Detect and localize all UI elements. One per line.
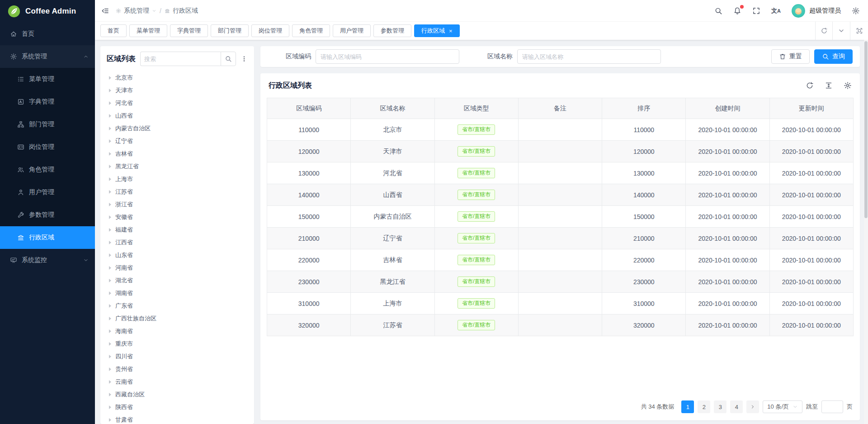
tree-item[interactable]: 山东省 [107, 249, 248, 262]
tab[interactable]: 首页 [100, 24, 127, 37]
page-button[interactable]: 3 [714, 400, 726, 413]
caret-right-icon[interactable] [109, 279, 111, 282]
tree-search-button[interactable] [221, 52, 236, 66]
page-button[interactable]: 2 [698, 400, 710, 413]
sidebar-item-menu-management[interactable]: 菜单管理 [0, 68, 95, 91]
table-row[interactable]: 310000 上海市 省市/直辖市 310000 2020-10-01 00:0… [267, 293, 854, 314]
tree-item[interactable]: 吉林省 [107, 148, 248, 160]
table-density-button[interactable] [825, 81, 833, 90]
caret-right-icon[interactable] [109, 304, 111, 308]
vertical-scrollbar[interactable] [864, 40, 868, 424]
caret-right-icon[interactable] [109, 165, 111, 168]
tree-item[interactable]: 北京市 [107, 71, 248, 84]
caret-right-icon[interactable] [109, 89, 111, 92]
tree-item[interactable]: 天津市 [107, 84, 248, 97]
table-row[interactable]: 130000 河北省 省市/直辖市 130000 2020-10-01 00:0… [267, 162, 854, 184]
tree-more-button[interactable] [241, 55, 248, 62]
page-button[interactable]: 1 [681, 400, 694, 413]
caret-right-icon[interactable] [109, 127, 111, 130]
notifications-button[interactable] [733, 7, 741, 15]
tree-item[interactable]: 云南省 [107, 376, 248, 388]
tree-item[interactable]: 内蒙古自治区 [107, 122, 248, 135]
tree-item[interactable]: 福建省 [107, 224, 248, 236]
sidebar-item-param-management[interactable]: 参数管理 [0, 204, 95, 226]
sidebar-item-post-management[interactable]: 岗位管理 [0, 136, 95, 158]
table-row[interactable]: 140000 山西省 省市/直辖市 140000 2020-10-01 00:0… [267, 184, 854, 206]
jump-page-input[interactable] [821, 400, 843, 413]
region-name-input[interactable] [517, 49, 661, 64]
caret-right-icon[interactable] [109, 266, 111, 270]
tree-item[interactable]: 黑龙江省 [107, 160, 248, 173]
breadcrumb-item-region[interactable]: 行政区域 [165, 7, 198, 15]
caret-right-icon[interactable] [109, 190, 111, 194]
sidebar-item-region[interactable]: 行政区域 [0, 226, 95, 249]
content-fullscreen-button[interactable] [850, 22, 868, 40]
fullscreen-button[interactable] [752, 7, 760, 15]
scrollbar-thumb[interactable] [864, 41, 868, 218]
brand[interactable]: Coffee Admin [0, 0, 95, 23]
caret-right-icon[interactable] [109, 215, 111, 219]
sidebar-item-system-monitor[interactable]: 系统监控 [0, 249, 95, 272]
table-row[interactable]: 210000 辽宁省 省市/直辖市 210000 2020-10-01 00:0… [267, 228, 854, 249]
page-size-select[interactable]: 10 条/页 [763, 400, 802, 413]
caret-right-icon[interactable] [109, 380, 111, 384]
tab[interactable]: 岗位管理 [251, 24, 289, 37]
caret-right-icon[interactable] [109, 253, 111, 257]
tab[interactable]: 部门管理 [211, 24, 249, 37]
search-button[interactable]: 查询 [814, 49, 853, 64]
table-row[interactable]: 320000 江苏省 省市/直辖市 320000 2020-10-01 00:0… [267, 314, 854, 336]
tree-item[interactable]: 辽宁省 [107, 135, 248, 148]
sidebar-item-user-management[interactable]: 用户管理 [0, 181, 95, 204]
tree-item[interactable]: 河北省 [107, 97, 248, 110]
sidebar-item-dict-management[interactable]: 字典管理 [0, 91, 95, 113]
page-button[interactable]: 4 [730, 400, 743, 413]
column-header[interactable]: 创建时间 [686, 98, 769, 119]
sidebar-item-dept-management[interactable]: 部门管理 [0, 113, 95, 136]
tab-close-icon[interactable]: × [449, 28, 453, 34]
sidebar-item-home[interactable]: 首页 [0, 23, 95, 45]
column-header[interactable]: 区域类型 [434, 98, 518, 119]
column-header[interactable]: 区域名称 [351, 98, 434, 119]
caret-right-icon[interactable] [109, 393, 111, 396]
tab[interactable]: 用户管理 [333, 24, 371, 37]
tree-item[interactable]: 贵州省 [107, 363, 248, 376]
caret-right-icon[interactable] [109, 241, 111, 244]
language-switch-button[interactable]: 文A [771, 8, 781, 14]
table-row[interactable]: 220000 吉林省 省市/直辖市 220000 2020-10-01 00:0… [267, 249, 854, 271]
caret-right-icon[interactable] [109, 367, 111, 371]
caret-right-icon[interactable] [109, 76, 111, 80]
tree-item[interactable]: 浙江省 [107, 198, 248, 211]
caret-right-icon[interactable] [109, 177, 111, 181]
reset-button[interactable]: 重置 [771, 49, 810, 64]
refresh-tabs-button[interactable] [816, 22, 833, 40]
column-header[interactable]: 更新时间 [769, 98, 853, 119]
caret-right-icon[interactable] [109, 329, 111, 333]
tree-item[interactable]: 上海市 [107, 173, 248, 186]
table-row[interactable]: 230000 黑龙江省 省市/直辖市 230000 2020-10-01 00:… [267, 271, 854, 293]
tab[interactable]: 行政区域 × [414, 24, 460, 37]
tab[interactable]: 角色管理 [292, 24, 330, 37]
tree-item[interactable]: 河南省 [107, 262, 248, 274]
caret-right-icon[interactable] [109, 203, 111, 206]
tree-item[interactable]: 广东省 [107, 300, 248, 312]
table-row[interactable]: 150000 内蒙古自治区 省市/直辖市 150000 2020-10-01 0… [267, 206, 854, 228]
tree-item[interactable]: 湖南省 [107, 287, 248, 300]
column-header[interactable]: 区域编码 [267, 98, 351, 119]
caret-right-icon[interactable] [109, 101, 111, 105]
sidebar-item-system-management[interactable]: 系统管理 [0, 45, 95, 68]
column-header[interactable]: 备注 [518, 98, 602, 119]
caret-right-icon[interactable] [109, 355, 111, 358]
tree-item[interactable]: 重庆市 [107, 338, 248, 350]
tree-item[interactable]: 湖北省 [107, 274, 248, 287]
tree-item[interactable]: 江苏省 [107, 186, 248, 198]
settings-button[interactable] [852, 7, 860, 15]
caret-right-icon[interactable] [109, 317, 111, 320]
column-header[interactable]: 排序 [602, 98, 686, 119]
tree-item[interactable]: 西藏自治区 [107, 388, 248, 401]
tree-item[interactable]: 安徽省 [107, 211, 248, 224]
tree-search-input[interactable] [140, 52, 221, 66]
caret-right-icon[interactable] [109, 152, 111, 156]
table-row[interactable]: 120000 天津市 省市/直辖市 120000 2020-10-01 00:0… [267, 141, 854, 162]
tab[interactable]: 参数管理 [373, 24, 411, 37]
tree-item[interactable]: 海南省 [107, 325, 248, 338]
